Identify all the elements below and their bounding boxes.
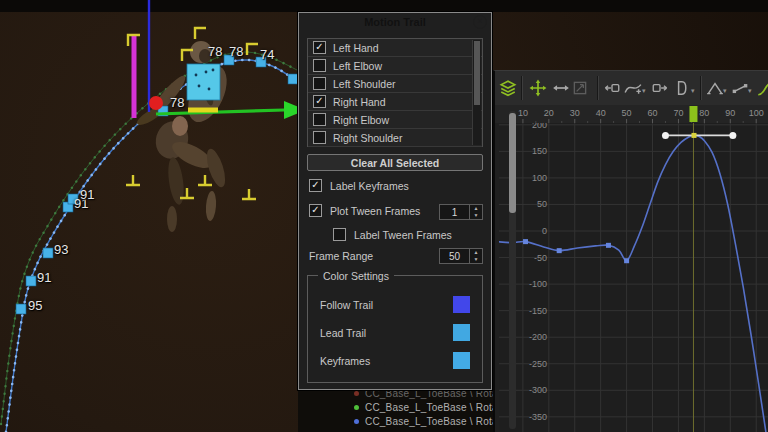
plot-tween-row[interactable]: ✓ Plot Tween Frames [309,204,420,217]
svg-text:0: 0 [542,226,547,236]
add-key-dropdown-icon[interactable]: ▾ [642,87,646,95]
bone-label: Left Elbow [333,60,382,72]
selected-keyframe-box[interactable] [187,64,220,100]
motion-trail-curves [1,52,302,432]
plot-tween-frames-label: Plot Tween Frames [330,205,420,217]
motion-trail-dialog[interactable]: Motion Trail × ✓Left HandLeft ElbowLeft … [298,12,492,390]
ease-curve-icon[interactable] [756,79,768,97]
svg-text:50: 50 [537,199,547,209]
curve-editor-toolbar: ▾ ▾ ▾ ▾ [495,71,768,106]
list-scrollbar-thumb[interactable] [474,41,480,105]
label-keyframes-label: Label Keyframes [330,180,409,192]
legend-color-dot [354,419,359,424]
trail-keyframe-markers[interactable] [16,55,298,314]
svg-text:30: 30 [570,108,580,118]
curve-plot-area[interactable]: 200150100500-50-100-150-200-250-300-350 [499,123,768,432]
svg-text:-250: -250 [529,359,547,369]
svg-text:-350: -350 [529,412,547,422]
curve-list-icon[interactable] [499,79,517,97]
curve-editor-panel[interactable]: ▾ ▾ ▾ ▾ 102030405060708090100 2001501005… [493,70,768,432]
toolbar-separator [700,76,702,100]
curve-keyframe[interactable] [557,248,562,253]
curve-shape-dropdown-icon[interactable]: ▾ [691,87,695,95]
bone-checkbox[interactable] [313,59,326,72]
plot-tween-frames-checkbox[interactable]: ✓ [309,204,322,217]
list-scrollbar[interactable] [472,40,481,145]
bone-checkbox[interactable] [313,131,326,144]
dialog-title: Motion Trail [364,16,426,28]
timeline-ruler[interactable]: 102030405060708090100 [495,105,768,123]
break-tangent-dropdown-icon[interactable]: ▾ [748,87,752,95]
svg-text:60: 60 [648,108,658,118]
bone-checkbox[interactable]: ✓ [313,41,326,54]
move-keys-icon[interactable] [529,79,547,97]
bone-label: Right Hand [333,96,386,108]
svg-text:-300: -300 [529,385,547,395]
linear-tangent-icon[interactable] [706,79,724,97]
bone-checkbox[interactable] [313,77,326,90]
svg-text:100: 100 [749,108,764,118]
clear-all-selected-button[interactable]: Clear All Selected [307,154,483,171]
color-swatch[interactable] [453,324,470,341]
selected-curve-keyframe[interactable] [691,133,696,138]
svg-text:10: 10 [518,108,528,118]
curve-legend: CC_Base_L_ToeBase \ Rotation XCC_Base_L_… [298,384,497,432]
close-icon[interactable]: × [473,15,487,29]
color-swatch[interactable] [453,352,470,369]
bone-list-item[interactable]: Right Shoulder [308,129,482,147]
color-setting-row: Keyframes [320,352,470,369]
label-keyframes-checkbox[interactable]: ✓ [309,179,322,192]
tangent-handle-end[interactable] [662,132,669,139]
align-key-right-icon[interactable] [651,79,669,97]
frame-range-row: Frame Range [309,250,373,262]
plot-tween-spinner[interactable]: 1 ▲▼ [439,204,483,220]
align-key-left-icon[interactable] [603,79,621,97]
bone-checkbox[interactable]: ✓ [313,95,326,108]
curve-keyframe[interactable] [523,239,528,244]
curve-keyframe[interactable] [624,258,629,263]
svg-text:200: 200 [532,123,547,130]
legend-color-dot [354,405,359,410]
frame-range-label: Frame Range [309,250,373,262]
label-tween-frames-checkbox[interactable] [333,228,346,241]
scale-horizontal-icon[interactable] [552,79,570,97]
frame-range-spinner[interactable]: 50 ▲▼ [439,248,483,264]
bone-list-item[interactable]: ✓Right Hand [308,93,482,111]
curve-keyframe[interactable] [606,243,611,248]
plot-tween-value: 1 [440,205,469,219]
tangent-handle-end[interactable] [729,132,736,139]
bone-label: Right Shoulder [333,132,402,144]
label-keyframes-row[interactable]: ✓ Label Keyframes [309,179,409,192]
curve-editor-scrollbar[interactable] [509,111,516,429]
bone-label: Left Hand [333,42,379,54]
color-settings-group: Color Settings Follow TrailLead TrailKey… [307,275,483,383]
bone-list-item[interactable]: Left Shoulder [308,75,482,93]
scrollbar-thumb[interactable] [509,113,516,213]
spin-up-icon[interactable]: ▲ [470,205,482,212]
svg-text:-50: -50 [534,253,547,263]
spin-up-icon[interactable]: ▲ [470,249,482,256]
add-key-icon[interactable] [624,79,642,97]
label-tween-frames-label: Label Tween Frames [354,229,452,241]
bone-list-item[interactable]: Right Elbow [308,111,482,129]
color-settings-title: Color Settings [318,270,394,282]
linear-tangent-dropdown-icon[interactable]: ▾ [723,87,727,95]
bone-checklist[interactable]: ✓Left HandLeft ElbowLeft Shoulder✓Right … [307,38,483,147]
dialog-title-bar[interactable]: Motion Trail × [299,13,491,30]
color-swatch[interactable] [453,296,470,313]
curve-shape-icon[interactable] [673,79,691,97]
frame-range-value: 50 [440,249,469,263]
break-tangent-icon[interactable] [731,79,749,97]
bone-list-item[interactable]: ✓Left Hand [308,39,482,57]
label-tween-row[interactable]: Label Tween Frames [333,228,452,241]
box-transform-icon[interactable] [571,79,589,97]
svg-text:-150: -150 [529,306,547,316]
svg-text:50: 50 [622,108,632,118]
toolbar-separator [521,76,523,100]
bone-list-item[interactable]: Left Elbow [308,57,482,75]
bone-checkbox[interactable] [313,113,326,126]
spin-down-icon[interactable]: ▼ [470,212,482,219]
spin-down-icon[interactable]: ▼ [470,256,482,263]
svg-text:40: 40 [596,108,606,118]
bone-label: Right Elbow [333,114,389,126]
